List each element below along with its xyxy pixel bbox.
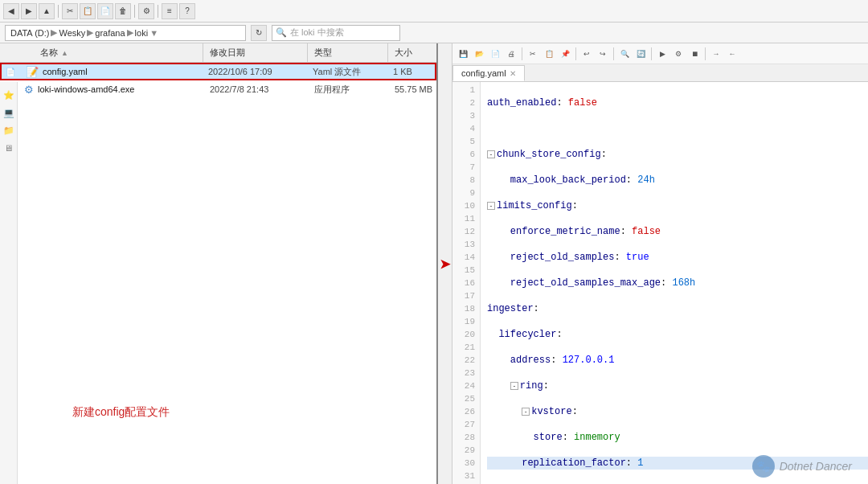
collapse-btn[interactable]: - [487,150,495,158]
col-header-size[interactable]: 大小 [388,43,436,62]
sep3 [158,5,158,18]
left-sidebar: ⭐ 💻 📁 🖥 [0,82,18,484]
search-icon: 🔍 [276,27,287,38]
sidebar-icon-2[interactable]: 💻 [2,106,15,119]
ed-new-btn[interactable]: 📄 [488,47,502,61]
annotation-text: 新建config配置文件 [72,405,170,418]
ed-paste-btn[interactable]: 📌 [558,47,572,61]
file-size-cell: 55.75 MB [388,84,436,94]
file-date-cell: 2022/7/8 21:43 [203,84,308,94]
annotation: 新建config配置文件 [72,405,170,420]
collapse-btn[interactable]: - [522,408,530,416]
breadcrumb-sep3: ▶ [127,27,133,38]
cut-btn[interactable]: ✂ [62,3,78,19]
main-toolbar: ◀ ▶ ▲ ✂ 📋 📄 🗑 ⚙ ≡ ? [0,0,868,23]
collapse-btn[interactable]: - [487,202,495,210]
tab-config-yaml[interactable]: config.yaml ✕ [452,65,525,81]
ed-redo-btn[interactable]: ↪ [596,47,610,61]
arrow-icon: ➤ [440,256,450,272]
code-line: max_look_back_period: 24h [487,174,868,187]
ed-open-btn[interactable]: 📂 [472,47,486,61]
ed-run-btn[interactable]: ▶ [655,47,669,61]
sort-arrow-name: ▲ [61,49,68,57]
address-bar: DATA (D:) ▶ Wesky ▶ grafana ▶ loki ▼ ↻ 🔍… [0,23,868,43]
code-line [487,122,868,135]
up-btn[interactable]: ▲ [39,3,55,19]
file-type-cell: Yaml 源文件 [306,66,387,78]
exe-icon: ⚙ [24,84,34,96]
code-line: address: 127.0.0.1 [487,354,868,367]
breadcrumb-wesky: Wesky [59,28,85,38]
breadcrumb[interactable]: DATA (D:) ▶ Wesky ▶ grafana ▶ loki ▼ [5,25,246,41]
forward-btn[interactable]: ▶ [21,3,37,19]
ed-stop-btn[interactable]: ⏹ [687,47,702,61]
code-line: lifecycler: [487,328,868,341]
table-row[interactable]: 📄 📝 config.yaml 2022/10/6 17:09 Yaml 源文件… [0,63,436,80]
breadcrumb-sep1: ▶ [51,27,57,38]
ed-debug-btn[interactable]: ⚙ [671,47,686,61]
table-row[interactable]: ⚙ loki-windows-amd64.exe 2022/7/8 21:43 … [0,80,436,98]
watermark: 🐾 Dotnet Dancer [752,455,852,478]
sep2 [134,5,135,18]
search-box[interactable]: 🔍 在 loki 中搜索 [272,25,400,41]
sidebar-icon-1[interactable]: ⭐ [2,88,15,101]
main-area: 名称 ▲ 修改日期 类型 大小 📄 📝 [0,43,868,484]
sidebar-icon-3[interactable]: 📁 [2,124,15,137]
breadcrumb-dropdown[interactable]: ▼ [149,28,158,38]
ed-cut-btn[interactable]: ✂ [526,47,540,61]
code-line: -ring: [487,379,868,392]
yaml-icon: 📝 [26,66,39,78]
refresh-btn[interactable]: ↻ [251,25,267,41]
file-name-cell: ⚙ loki-windows-amd64.exe [18,84,203,96]
code-line: ingester: [487,302,868,315]
col-header-date[interactable]: 修改日期 [203,43,308,62]
code-panel: 💾 📂 📄 🖨 ✂ 📋 📌 ↩ ↪ 🔍 🔄 ▶ ⚙ ⏹ → ← conf [452,43,868,484]
code-line: -chunk_store_config: [487,148,868,161]
ed-print-btn[interactable]: 🖨 [504,47,518,61]
back-btn[interactable]: ◀ [3,3,19,19]
watermark-text: Dotnet Dancer [780,460,852,473]
ed-copy-btn[interactable]: 📋 [542,47,556,61]
code-line: reject_old_samples: true [487,251,868,264]
ed-indent-btn[interactable]: → [709,47,723,61]
sidebar-icon-4[interactable]: 🖥 [2,142,15,154]
ed-undo-btn[interactable]: ↩ [579,47,594,61]
file-size-cell: 1 KB [387,67,435,76]
code-line: auth_enabled: false [487,96,868,109]
copy-btn[interactable]: 📋 [80,3,96,19]
view-btn[interactable]: ≡ [162,3,178,19]
tab-close-icon[interactable]: ✕ [510,69,516,78]
file-date-cell: 2022/10/6 17:09 [202,67,306,76]
collapse-btn[interactable]: - [510,382,518,390]
row-icon-left: 📄 [2,68,19,76]
code-content: 1 2 3 4 5 6 7 8 9 10 11 12 13 14 15 16 1… [452,82,868,484]
breadcrumb-sep2: ▶ [87,27,93,38]
line-numbers: 1 2 3 4 5 6 7 8 9 10 11 12 13 14 15 16 1… [452,82,481,484]
code-editor[interactable]: auth_enabled: false -chunk_store_config:… [481,82,868,484]
file-name: config.yaml [43,67,88,76]
code-line: enforce_metric_name: false [487,225,868,238]
search-placeholder: 在 loki 中搜索 [290,27,344,39]
file-type-cell: 应用程序 [308,84,388,96]
code-line: -kvstore: [487,405,868,418]
properties-btn[interactable]: ⚙ [138,3,154,19]
help-btn[interactable]: ? [179,3,195,19]
watermark-logo: 🐾 [752,455,775,478]
ed-save-btn[interactable]: 💾 [456,47,470,61]
editor-toolbar: 💾 📂 📄 🖨 ✂ 📋 📌 ↩ ↪ 🔍 🔄 ▶ ⚙ ⏹ → ← [452,43,868,64]
column-headers: 名称 ▲ 修改日期 类型 大小 [0,43,436,63]
breadcrumb-grafana: grafana [95,28,125,38]
editor-tabs: config.yaml ✕ [452,64,868,82]
annotation-container: 新建config配置文件 [0,273,436,484]
code-line: store: inmemory [487,431,868,444]
ed-find-btn[interactable]: 🔍 [617,47,632,61]
col-header-type[interactable]: 类型 [308,43,388,62]
col-header-name[interactable]: 名称 ▲ [18,43,203,62]
delete-btn[interactable]: 🗑 [115,3,131,19]
ed-outdent-btn[interactable]: ← [725,47,739,61]
code-line: -limits_config: [487,199,868,212]
paste-btn[interactable]: 📄 [97,3,113,19]
breadcrumb-root: DATA (D:) [10,28,49,38]
file-name-cell: 📝 config.yaml [19,66,202,78]
ed-replace-btn[interactable]: 🔄 [633,47,648,61]
